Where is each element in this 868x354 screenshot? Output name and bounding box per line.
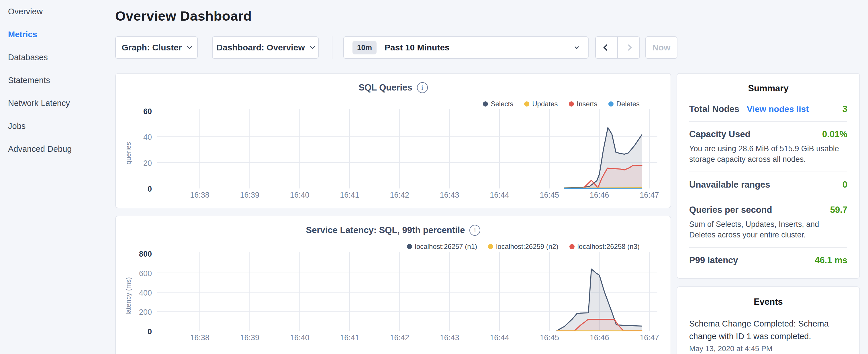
y-tick-label: 0 <box>116 327 152 336</box>
dashboard-select-dropdown[interactable]: Dashboard: Overview <box>212 36 319 59</box>
chart-plot-area <box>157 251 662 341</box>
summary-row-value: 59.7 <box>830 205 847 215</box>
y-tick-label: 40 <box>116 133 152 142</box>
legend-label: localhost:26257 (n1) <box>415 243 477 251</box>
event-text: Schema Change Completed: Schema change w… <box>689 317 847 343</box>
y-tick-label: 400 <box>116 288 152 297</box>
y-axis-ticks: 0204060 <box>116 108 152 198</box>
service-latency-chart-card: Service Latency: SQL, 99th percentilei l… <box>115 216 671 354</box>
sidebar-item-jobs[interactable]: Jobs <box>0 115 115 137</box>
view-nodes-list-link[interactable]: View nodes list <box>747 104 809 114</box>
x-tick-label: 16:44 <box>479 333 520 342</box>
chevron-left-icon <box>603 44 610 51</box>
y-tick-label: 0 <box>116 185 152 194</box>
summary-row-main: Capacity Used0.01% <box>689 129 847 139</box>
summary-row: P99 latency46.1 ms <box>689 247 847 272</box>
y-tick-label: 800 <box>116 250 152 259</box>
legend-item: localhost:26259 (n2) <box>488 243 558 251</box>
sidebar-item-metrics[interactable]: Metrics <box>0 23 115 46</box>
summary-row-label: Queries per second <box>689 205 772 215</box>
time-pager <box>595 36 640 59</box>
graph-scope-dropdown[interactable]: Graph: Cluster <box>115 36 198 59</box>
sidebar-item-advanced-debug[interactable]: Advanced Debug <box>0 137 115 160</box>
x-tick-label: 16:40 <box>280 333 320 342</box>
legend-dot-icon <box>608 101 614 106</box>
x-tick-label: 16:45 <box>529 191 569 200</box>
x-tick-label: 16:46 <box>580 191 620 200</box>
time-range-label: Past 10 Minutes <box>384 43 450 53</box>
summary-row: Capacity Used0.01%You are using 28.6 MiB… <box>689 121 847 171</box>
summary-row: Unavailable ranges0 <box>689 171 847 197</box>
legend-dot-icon <box>488 244 493 249</box>
time-next-button[interactable] <box>617 37 639 58</box>
sidebar-item-overview[interactable]: Overview <box>0 0 115 23</box>
chart-title: SQL Queries <box>359 83 412 93</box>
summary-row-description: You are using 28.6 MiB of 515.9 GiB usab… <box>689 143 847 165</box>
event-list-item[interactable]: Schema Change Completed: Schema change w… <box>689 310 847 353</box>
page-title: Overview Dashboard <box>115 8 252 24</box>
overview-dashboard-page: OverviewMetricsDatabasesStatementsNetwor… <box>0 0 868 354</box>
x-tick-label: 16:45 <box>529 333 569 342</box>
summary-row-main: Total NodesView nodes list3 <box>689 104 847 114</box>
chart-legend: localhost:26257 (n1)localhost:26259 (n2)… <box>407 243 640 251</box>
summary-panel-title: Summary <box>689 74 847 97</box>
sidebar-item-databases[interactable]: Databases <box>0 46 115 69</box>
chevron-down-icon <box>310 44 315 49</box>
summary-row-label: Capacity Used <box>689 129 750 139</box>
summary-row-value: 3 <box>842 104 847 114</box>
x-tick-label: 16:42 <box>379 191 420 200</box>
sidebar-item-network-latency[interactable]: Network Latency <box>0 92 115 115</box>
legend-dot-icon <box>569 101 574 106</box>
summary-row-label: Total Nodes <box>689 104 739 114</box>
sidebar-item-statements[interactable]: Statements <box>0 69 115 92</box>
legend-dot-icon <box>569 244 575 249</box>
x-tick-label: 16:44 <box>479 191 520 200</box>
dashboard-controls: Graph: Cluster Dashboard: Overview 10m P… <box>115 36 688 59</box>
x-tick-label: 16:47 <box>629 333 670 342</box>
x-axis-ticks: 16:3816:3916:4016:4116:4216:4316:4416:45… <box>157 333 662 345</box>
line-chart-svg <box>157 108 662 198</box>
y-tick-label: 60 <box>116 107 152 116</box>
y-tick-label: 200 <box>116 308 152 317</box>
legend-label: Deletes <box>616 100 640 108</box>
events-panel-title: Events <box>689 287 847 310</box>
legend-dot-icon <box>524 101 529 106</box>
x-tick-label: 16:39 <box>229 333 270 342</box>
legend-item: Inserts <box>569 100 597 108</box>
info-icon[interactable]: i <box>469 225 480 236</box>
summary-row-value: 46.1 ms <box>815 255 847 265</box>
summary-row-main: Unavailable ranges0 <box>689 180 847 190</box>
summary-row-label: Unavailable ranges <box>689 180 770 190</box>
dashboard-select-label: Dashboard: Overview <box>216 43 305 53</box>
summary-row-value: 0 <box>842 180 847 190</box>
chart-title: Service Latency: SQL, 99th percentile <box>306 225 465 235</box>
sql-queries-chart-card: SQL Queriesi SelectsUpdatesInsertsDelete… <box>115 73 671 208</box>
time-prev-button[interactable] <box>596 37 617 58</box>
x-tick-label: 16:41 <box>330 191 370 200</box>
y-tick-label: 20 <box>116 159 152 168</box>
chart-legend: SelectsUpdatesInsertsDeletes <box>483 100 640 108</box>
time-range-dropdown[interactable]: 10m Past 10 Minutes <box>343 36 589 59</box>
chevron-down-icon <box>575 44 579 49</box>
info-icon[interactable]: i <box>417 82 428 93</box>
y-tick-label: 600 <box>116 269 152 278</box>
summary-panel: Summary Total NodesView nodes list3Capac… <box>677 73 860 279</box>
summary-row-label: P99 latency <box>689 255 738 265</box>
summary-row: Total NodesView nodes list3 <box>689 97 847 121</box>
events-panel: Events Schema Change Completed: Schema c… <box>677 286 860 354</box>
x-tick-label: 16:43 <box>430 191 470 200</box>
chevron-down-icon <box>187 44 192 49</box>
x-tick-label: 16:40 <box>280 191 320 200</box>
x-tick-label: 16:42 <box>379 333 420 342</box>
x-tick-label: 16:41 <box>330 333 370 342</box>
legend-label: Inserts <box>577 100 597 108</box>
x-tick-label: 16:39 <box>229 191 270 200</box>
legend-item: Updates <box>524 100 558 108</box>
now-button[interactable]: Now <box>645 36 677 59</box>
x-tick-label: 16:47 <box>629 191 670 200</box>
legend-item: localhost:26257 (n1) <box>407 243 477 251</box>
chevron-right-icon <box>625 44 632 51</box>
legend-item: Selects <box>483 100 514 108</box>
controls-divider <box>332 36 333 59</box>
x-axis-ticks: 16:3816:3916:4016:4116:4216:4316:4416:45… <box>157 191 662 202</box>
